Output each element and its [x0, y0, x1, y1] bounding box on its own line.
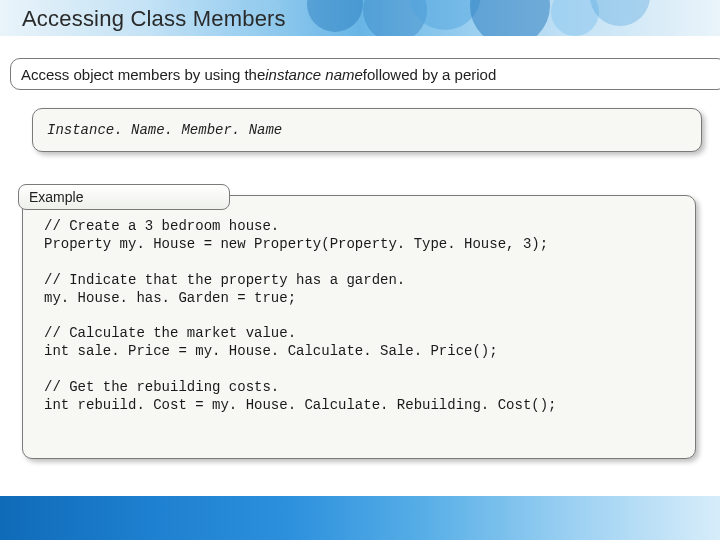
access-text-post: followed by a period	[363, 66, 496, 83]
syntax-text: Instance. Name. Member. Name	[47, 122, 282, 138]
slide-container: Accessing Class Members Access object me…	[0, 0, 720, 540]
example-tab-label: Example	[18, 184, 230, 210]
footer-decorative-band	[0, 496, 720, 540]
code-block: // Create a 3 bedroom house. Property my…	[44, 218, 684, 415]
example-label-text: Example	[29, 189, 83, 205]
svg-point-3	[470, 0, 550, 36]
svg-point-5	[590, 0, 650, 26]
syntax-box: Instance. Name. Member. Name	[32, 108, 702, 152]
access-description-box: Access object members by using the insta…	[10, 58, 720, 90]
svg-point-0	[307, 0, 363, 32]
slide-title: Accessing Class Members	[22, 6, 286, 32]
access-text-italic: instance name	[265, 66, 363, 83]
access-text-pre: Access object members by using the	[21, 66, 265, 83]
